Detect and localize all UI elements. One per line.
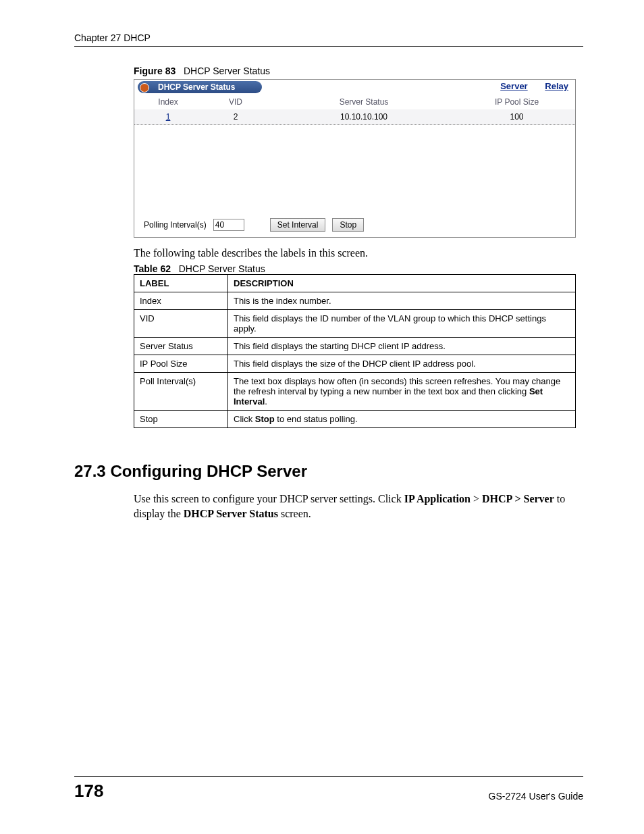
table-row: Index This is the index number. [134,292,576,310]
table-row: Stop Click Stop to end status polling. [134,411,576,428]
cell-desc: This field displays the size of the DHCP… [228,355,576,373]
grid-empty-area [134,125,575,213]
cell-label: IP Pool Size [134,355,228,373]
cell-label: Stop [134,411,228,428]
cell-desc: The text box displays how often (in seco… [228,373,576,411]
col-head-index: Index [134,97,202,107]
tab-server-link[interactable]: Server [500,81,527,91]
cell-desc: This field displays the starting DHCP cl… [228,338,576,355]
figure-label: Figure 83 [134,66,176,76]
chapter-header: Chapter 27 DHCP [74,32,583,43]
polling-bar: Polling Interval(s) Set Interval Stop [134,213,575,237]
cell-status: 10.10.10.100 [269,112,458,122]
grid-data-row: 1 2 10.10.10.100 100 [134,109,575,125]
page-footer: 178 GS-2724 User's Guide [74,776,583,802]
pill-dot-icon [140,83,149,93]
page-number: 178 [74,781,103,802]
panel-title-pill: DHCP Server Status [138,81,262,93]
cell-label: Server Status [134,338,228,355]
cell-desc: This field displays the ID number of the… [228,310,576,338]
cell-label: VID [134,310,228,338]
cell-label: Poll Interval(s) [134,373,228,411]
description-table: LABEL DESCRIPTION Index This is the inde… [134,274,576,428]
table-intro-text: The following table describes the labels… [134,247,583,259]
th-description: DESCRIPTION [228,275,576,292]
panel-title-text: DHCP Server Status [158,82,236,92]
index-link[interactable]: 1 [166,112,171,122]
table-row: Poll Interval(s) The text box displays h… [134,373,576,411]
polling-interval-input[interactable] [213,219,244,231]
col-head-status: Server Status [269,97,458,107]
panel-header: DHCP Server Status Server Relay [134,80,575,95]
table-row: VID This field displays the ID number of… [134,310,576,338]
footer-rule [74,776,583,777]
col-head-pool: IP Pool Size [458,97,575,107]
cell-pool: 100 [458,112,575,122]
stop-button[interactable]: Stop [332,218,364,232]
table-header-row: LABEL DESCRIPTION [134,275,576,292]
set-interval-button[interactable]: Set Interval [270,218,326,232]
figure-title: DHCP Server Status [184,66,270,76]
table-caption: Table 62 DHCP Server Status [134,263,583,274]
polling-label: Polling Interval(s) [144,220,207,230]
table-label: Table 62 [134,263,171,274]
section-paragraph: Use this screen to configure your DHCP s… [134,492,583,521]
cell-desc: This is the index number. [228,292,576,310]
th-label: LABEL [134,275,228,292]
grid-header-row: Index VID Server Status IP Pool Size [134,95,575,109]
section-heading: 27.3 Configuring DHCP Server [74,462,583,481]
cell-desc: Click Stop to end status polling. [228,411,576,428]
figure-caption: Figure 83 DHCP Server Status [134,66,583,76]
tab-relay-link[interactable]: Relay [545,81,568,91]
table-row: Server Status This field displays the st… [134,338,576,355]
col-head-vid: VID [202,97,269,107]
table-title: DHCP Server Status [179,263,265,274]
panel-tab-links: Server Relay [485,81,568,91]
cell-vid: 2 [202,112,269,122]
header-rule [74,46,583,47]
table-row: IP Pool Size This field displays the siz… [134,355,576,373]
guide-title: GS-2724 User's Guide [489,791,583,802]
figure-panel: DHCP Server Status Server Relay Index VI… [134,79,576,238]
cell-label: Index [134,292,228,310]
